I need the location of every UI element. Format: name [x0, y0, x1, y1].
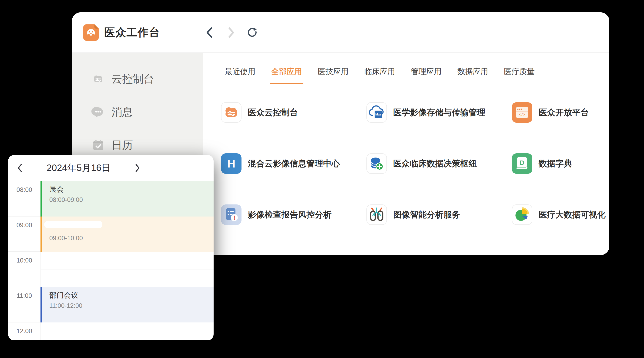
- sidebar-item-messages[interactable]: 消息: [72, 99, 203, 125]
- pie-chart-icon: [512, 204, 532, 225]
- chevron-right-icon: [226, 27, 236, 38]
- app-item-report-risk-analysis[interactable]: ! 影像检查报告风控分析: [221, 204, 366, 225]
- calendar-row-12: 12:00: [8, 323, 214, 340]
- svg-text:Mas: Mas: [375, 113, 381, 116]
- app-item-clinical-data-hub[interactable]: 医众临床数据决策枢纽: [366, 153, 512, 174]
- calendar-event-department-meeting[interactable]: 部门会议 11:00-12:00: [40, 287, 214, 323]
- database-plus-icon: [366, 153, 387, 174]
- tab-medtech[interactable]: 医技应用: [318, 66, 348, 84]
- green-dictionary-icon: D: [512, 153, 532, 174]
- tab-clinical[interactable]: 临床应用: [364, 66, 395, 84]
- event-time: 11:00-12:00: [49, 302, 214, 310]
- app-label: 医学影像存储与传输管理: [393, 107, 485, 118]
- back-button[interactable]: [204, 26, 215, 38]
- orange-cloud-sliders-icon: [221, 102, 242, 123]
- calendar-row-09: 09:00 09:00-10:00: [8, 216, 214, 252]
- event-title: 部门会议: [49, 290, 214, 300]
- chevron-left-icon: [205, 27, 214, 38]
- calendar-date: 2024年5月16日: [24, 162, 133, 174]
- tab-quality[interactable]: 医疗质量: [504, 66, 535, 84]
- lungs-ai-icon: [366, 204, 387, 225]
- tab-data[interactable]: 数据应用: [458, 66, 488, 84]
- app-item-cloud-console[interactable]: 医众云控制台: [221, 102, 366, 123]
- app-label: 数据字典: [538, 158, 572, 169]
- cloud-console-icon: [92, 72, 105, 86]
- app-item-open-platform[interactable]: </> 医众开放平台: [512, 102, 609, 123]
- app-item-data-dictionary[interactable]: D 数据字典: [512, 153, 609, 174]
- calendar-event-redacted[interactable]: 09:00-10:00: [40, 216, 214, 252]
- code-window-icon: </>: [512, 102, 532, 123]
- forward-button[interactable]: [226, 26, 236, 38]
- app-label: 医众开放平台: [538, 107, 589, 118]
- event-time: 09:00-10:00: [49, 235, 214, 242]
- titlebar: 医众工作台: [72, 12, 609, 53]
- report-alert-icon: !: [221, 204, 242, 225]
- app-label: 影像检查报告风控分析: [248, 209, 332, 220]
- svg-text:!: !: [233, 214, 236, 221]
- sidebar-item-label: 日历: [112, 138, 133, 152]
- time-label: 11:00: [8, 292, 40, 299]
- calendar-panel: 2024年5月16日 08:00 晨会 08:00-09:00 09:00 09…: [8, 155, 214, 340]
- sidebar-item-label: 云控制台: [112, 72, 154, 86]
- app-content: 最近使用 全部应用 医技应用 临床应用 管理应用 数据应用 医疗质量: [203, 53, 609, 255]
- app-label: 医众临床数据决策枢纽: [393, 158, 477, 169]
- tab-bar: 最近使用 全部应用 医技应用 临床应用 管理应用 数据应用 医疗质量: [203, 53, 609, 84]
- calendar-event-morning-meeting[interactable]: 晨会 08:00-09:00: [40, 181, 214, 216]
- sidebar-item-calendar[interactable]: 日历: [72, 132, 203, 158]
- calendar-row-08: 08:00 晨会 08:00-09:00: [8, 181, 214, 216]
- calendar-icon: [92, 139, 105, 152]
- refresh-icon: [247, 26, 258, 38]
- blue-h-icon: H: [221, 153, 242, 174]
- app-title: 医众工作台: [104, 25, 160, 40]
- app-label: 医众云控制台: [248, 107, 298, 118]
- redacted-event-title: [44, 221, 102, 228]
- chevron-left-icon: [16, 163, 23, 173]
- app-item-image-ai-analysis[interactable]: 图像智能分析服务: [366, 204, 512, 225]
- app-label: 图像智能分析服务: [393, 209, 460, 220]
- svg-text:H: H: [227, 158, 236, 170]
- app-item-hybrid-cloud-imaging[interactable]: H 混合云影像信息管理中心: [221, 153, 366, 174]
- app-label: 医疗大数据可视化: [538, 209, 606, 220]
- app-item-image-storage[interactable]: Mas 医学影像存储与传输管理: [366, 102, 512, 123]
- calendar-next-day-button[interactable]: [133, 162, 142, 174]
- time-label: 12:00: [8, 328, 40, 335]
- svg-text:</>: </>: [519, 112, 525, 117]
- app-item-big-data-viz[interactable]: 医疗大数据可视化: [512, 204, 609, 225]
- blue-cloud-mas-icon: Mas: [366, 102, 387, 123]
- calendar-row-10: 10:00: [8, 252, 214, 287]
- calendar-row-11: 11:00 部门会议 11:00-12:00: [8, 287, 214, 323]
- calendar-prev-day-button[interactable]: [15, 162, 24, 174]
- event-title: 晨会: [49, 184, 214, 194]
- time-label: 08:00: [8, 186, 40, 193]
- time-label: 10:00: [8, 257, 40, 264]
- app-logo-icon: [83, 24, 99, 41]
- sidebar-item-label: 消息: [112, 105, 133, 119]
- svg-text:D: D: [520, 159, 524, 166]
- app-grid: 医众云控制台 Mas 医学影像存储与传输管理: [203, 84, 609, 255]
- time-label: 09:00: [8, 222, 40, 229]
- message-icon: [92, 105, 105, 119]
- tab-recent[interactable]: 最近使用: [225, 66, 256, 84]
- calendar-day-view: 08:00 晨会 08:00-09:00 09:00 09:00-10:00 1…: [8, 181, 214, 340]
- desktop-background: { "app": { "title": "医众工作台" }, "sidebar"…: [0, 0, 644, 358]
- chevron-right-icon: [134, 163, 141, 173]
- refresh-button[interactable]: [247, 26, 258, 38]
- nav-controls: [204, 26, 258, 38]
- half-hour-gridline: [41, 269, 214, 269]
- app-label: 混合云影像信息管理中心: [248, 158, 340, 169]
- calendar-header: 2024年5月16日: [8, 155, 214, 181]
- event-time: 08:00-09:00: [49, 196, 214, 203]
- tab-all-apps[interactable]: 全部应用: [271, 66, 302, 84]
- tab-management[interactable]: 管理应用: [411, 66, 442, 84]
- sidebar-item-cloud-console[interactable]: 云控制台: [72, 66, 203, 92]
